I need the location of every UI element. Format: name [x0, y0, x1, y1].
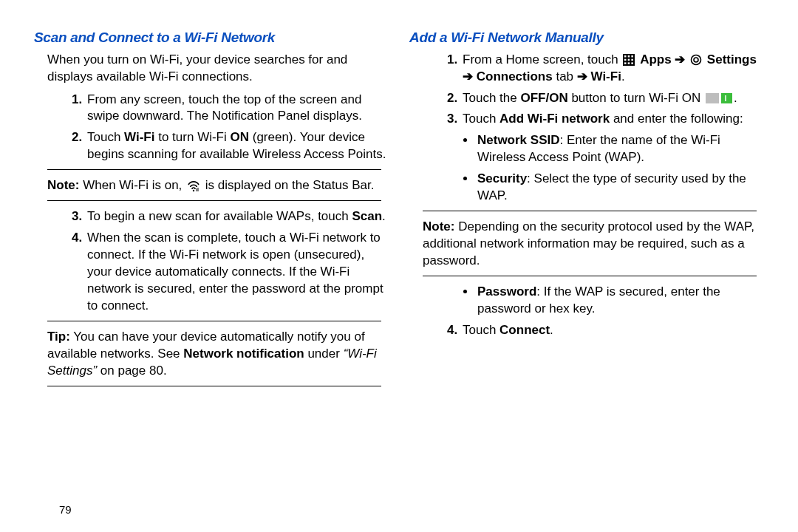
section-heading-scan: Scan and Connect to a Wi-Fi Network: [34, 28, 389, 47]
bullet-security: Security: Select the type of security us…: [476, 171, 764, 205]
divider: [423, 276, 757, 276]
steps-list-34: To begin a new scan for available WAPs, …: [34, 208, 389, 315]
wifi-icon: [187, 180, 200, 192]
page-number: 79: [59, 502, 72, 517]
right-column: Add a Wi-Fi Network Manually From a Home…: [409, 28, 764, 394]
step-1: From any screen, touch the top of the sc…: [86, 92, 389, 126]
svg-point-0: [193, 190, 194, 191]
bullet-password: Password: If the WAP is secured, enter t…: [476, 284, 764, 318]
svg-rect-7: [632, 59, 634, 61]
svg-rect-4: [632, 55, 634, 58]
steps-list-right-4: Touch Connect.: [409, 322, 764, 339]
svg-rect-3: [628, 55, 630, 58]
note-wifi-statusbar: Note: When Wi-Fi is on, is displayed on …: [47, 177, 381, 194]
svg-rect-2: [624, 55, 627, 58]
divider: [47, 200, 381, 201]
divider: [423, 211, 757, 211]
steps-list-12: From any screen, touch the top of the sc…: [34, 92, 389, 164]
divider: [47, 386, 381, 386]
step-3: To begin a new scan for available WAPs, …: [86, 208, 389, 225]
rstep-4: Touch Connect.: [461, 322, 764, 339]
tip-block: Tip: You can have your device automatica…: [47, 329, 381, 380]
svg-rect-15: [719, 93, 721, 103]
left-column: Scan and Connect to a Wi-Fi Network When…: [34, 28, 389, 394]
svg-rect-10: [632, 63, 634, 65]
manual-page: Scan and Connect to a Wi-Fi Network When…: [0, 0, 798, 401]
svg-point-11: [692, 55, 701, 65]
svg-rect-9: [628, 63, 630, 65]
step-2: Touch Wi-Fi to turn Wi-Fi ON (green). Yo…: [86, 129, 389, 163]
step-4: When the scan is complete, touch a Wi-Fi…: [86, 230, 389, 315]
svg-rect-8: [624, 63, 627, 65]
svg-rect-5: [624, 59, 627, 61]
steps-list-right: From a Home screen, touch Apps ➔ Setting…: [409, 52, 764, 129]
toggle-on-icon: [706, 92, 732, 104]
divider: [47, 321, 381, 321]
rstep-2: Touch the OFF/ON button to turn Wi-Fi ON…: [461, 90, 764, 107]
settings-gear-icon: [690, 54, 702, 66]
rstep-3: Touch Add Wi-Fi network and enter the fo…: [461, 111, 764, 128]
intro-paragraph: When you turn on Wi-Fi, your device sear…: [47, 52, 389, 86]
bullet-list-1: Network SSID: Enter the name of the Wi-F…: [409, 132, 764, 205]
note-security-protocol: Note: Depending on the security protocol…: [423, 219, 757, 270]
svg-point-12: [694, 58, 698, 62]
divider: [47, 169, 381, 170]
apps-grid-icon: [623, 54, 635, 66]
bullet-list-2: Password: If the WAP is secured, enter t…: [409, 284, 764, 318]
bullet-ssid: Network SSID: Enter the name of the Wi-F…: [476, 132, 764, 166]
rstep-1: From a Home screen, touch Apps ➔ Setting…: [461, 52, 764, 86]
section-heading-add: Add a Wi-Fi Network Manually: [409, 28, 764, 47]
svg-rect-6: [628, 59, 630, 61]
